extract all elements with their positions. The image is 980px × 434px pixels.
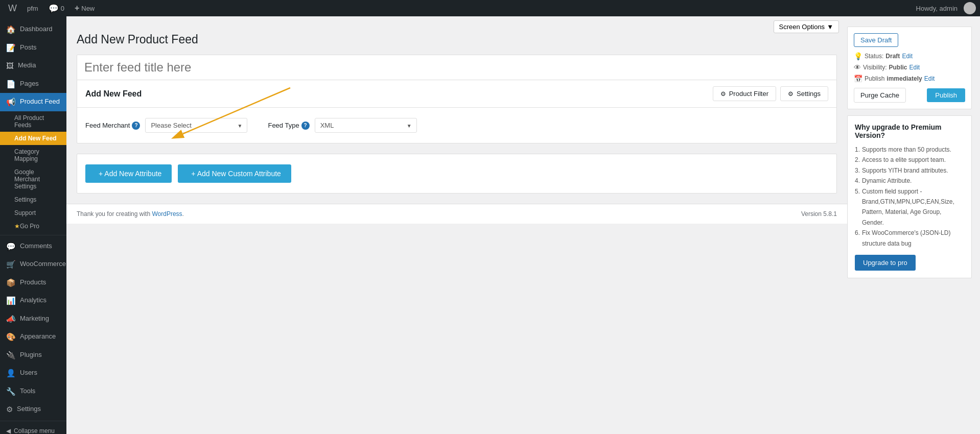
sidebar-sub-support[interactable]: Support [0, 206, 66, 220]
sidebar-item-dashboard[interactable]: 🏠 Dashboard [0, 20, 66, 39]
howdy-text: Howdy, admin [912, 5, 962, 12]
settings-gear-icon: ⚙ [788, 90, 794, 98]
appearance-icon: 🎨 [6, 332, 16, 342]
feed-type-select[interactable]: XML [315, 118, 417, 133]
visibility-row: 👁 Visibility: Public Edit [854, 63, 965, 71]
sidebar-divider-2 [0, 421, 66, 421]
sidebar-item-product-feed[interactable]: 📢 Product Feed [0, 93, 66, 111]
add-new-custom-attribute-button[interactable]: + Add New Custom Attribute [178, 164, 291, 183]
dashboard-icon: 🏠 [6, 25, 16, 35]
collapse-icon: ◀ [6, 427, 11, 435]
admin-bar-site-name[interactable]: pfm [23, 0, 42, 16]
feed-title-input[interactable] [77, 55, 837, 80]
sidebar-sub-category-mapping[interactable]: Category Mapping [0, 145, 66, 165]
media-icon: 🖼 [6, 61, 14, 71]
feed-merchant-field: Feed Merchant ? Please Select [85, 118, 247, 133]
sidebar-item-users[interactable]: 👤 Users [0, 364, 66, 382]
add-new-attribute-button[interactable]: + Add New Attribute [85, 164, 172, 183]
sidebar-item-posts[interactable]: 📝 Posts [0, 39, 66, 57]
right-sidebar: Save Draft 💡 Status: Draft Edit 👁 Visibi… [847, 16, 980, 434]
eye-icon: 👁 [854, 63, 861, 71]
publish-box-header: Save Draft [854, 33, 965, 47]
sidebar-item-settings[interactable]: ⚙ Settings [0, 400, 66, 419]
page-title: Add New Product Feed [77, 33, 837, 46]
chevron-down-icon: ▼ [827, 23, 833, 31]
bullet-icon: 💡 [854, 52, 862, 60]
product-filter-button[interactable]: ⚙ Product Filter [713, 86, 776, 101]
layout: 🏠 Dashboard 📝 Posts 🖼 Media 📄 Pages 📢 Pr… [0, 16, 980, 434]
sidebar-item-plugins[interactable]: 🔌 Plugins [0, 346, 66, 365]
feed-section-header: Add New Feed ⚙ Product Filter ⚙ Settings [77, 80, 836, 108]
sidebar-item-tools[interactable]: 🔧 Tools [0, 382, 66, 401]
product-feed-icon: 📢 [6, 97, 16, 107]
comment-icon: 💬 [49, 4, 59, 13]
sidebar-sub-go-pro[interactable]: ★ Go Pro [0, 220, 66, 233]
sidebar-collapse[interactable]: ◀ Collapse menu [0, 423, 66, 435]
visibility-edit-link[interactable]: Edit [909, 64, 920, 71]
sidebar-item-analytics[interactable]: 📊 Analytics [0, 292, 66, 310]
admin-bar-right: Howdy, admin [912, 2, 976, 14]
feed-section-title: Add New Feed [85, 89, 142, 99]
sidebar: 🏠 Dashboard 📝 Posts 🖼 Media 📄 Pages 📢 Pr… [0, 16, 66, 434]
plugins-icon: 🔌 [6, 350, 16, 360]
sidebar-sub-add-new-feed[interactable]: Add New Feed [0, 132, 66, 145]
settings-button[interactable]: ⚙ Settings [780, 86, 828, 101]
content-area: Screen Options ▼ Add New Product Feed Ad… [66, 16, 980, 434]
sidebar-item-marketing[interactable]: 📣 Marketing [0, 310, 66, 328]
sidebar-item-woocommerce[interactable]: 🛒 WooCommerce [0, 255, 66, 274]
version-text: Version 5.8.1 [801, 210, 837, 218]
feed-type-select-wrapper: XML [315, 118, 417, 133]
sidebar-sub-settings[interactable]: Settings [0, 193, 66, 206]
feed-type-help-icon[interactable]: ? [301, 122, 310, 130]
status-row: 💡 Status: Draft Edit [854, 52, 965, 60]
publish-timing-row: 📅 Publish immediately Edit [854, 75, 965, 83]
feed-row: Feed Merchant ? Please Select [85, 118, 828, 133]
feed-merchant-select-wrapper: Please Select [145, 118, 247, 133]
wordpress-link[interactable]: WordPress [152, 210, 182, 218]
marketing-icon: 📣 [6, 314, 16, 324]
premium-title: Why upgrade to Premium Version? [855, 123, 964, 139]
calendar-icon: 📅 [854, 75, 862, 83]
list-item: Access to a elite support team. [855, 155, 964, 165]
tools-icon: 🔧 [6, 387, 16, 397]
screen-options-button[interactable]: Screen Options ▼ [774, 20, 839, 33]
sidebar-item-appearance[interactable]: 🎨 Appearance [0, 328, 66, 346]
sidebar-sub-google-merchant[interactable]: Google Merchant Settings [0, 165, 66, 193]
publish-button[interactable]: Publish [927, 88, 965, 102]
sidebar-item-comments[interactable]: 💬 Comments [0, 237, 66, 256]
purge-cache-button[interactable]: Purge Cache [854, 88, 906, 103]
products-icon: 📦 [6, 278, 16, 288]
sidebar-sub-all-product-feeds[interactable]: All Product Feeds [0, 111, 66, 132]
list-item: Custom field support - Brand,GTIN,MPN,UP… [855, 186, 964, 228]
admin-bar-wp-logo[interactable]: W [4, 0, 21, 16]
save-draft-button[interactable]: Save Draft [854, 33, 898, 47]
sidebar-item-media[interactable]: 🖼 Media [0, 57, 66, 75]
users-icon: 👤 [6, 368, 16, 378]
publish-actions: Purge Cache Publish [854, 88, 965, 103]
admin-bar-new[interactable]: + New [71, 0, 99, 16]
list-item: Dynamic Attribute. [855, 176, 964, 186]
woocommerce-icon: 🛒 [6, 259, 16, 270]
list-item: Supports YITH brand attributes. [855, 165, 964, 176]
settings-icon: ⚙ [6, 404, 13, 415]
feed-section-actions: ⚙ Product Filter ⚙ Settings [713, 86, 828, 101]
admin-bar-comments[interactable]: 💬 0 [44, 0, 68, 16]
sidebar-item-products[interactable]: 📦 Products [0, 274, 66, 292]
feed-merchant-select[interactable]: Please Select [145, 118, 247, 133]
list-item: Fix WooCommerce's (JSON-LD) structure da… [855, 228, 964, 249]
admin-bar: W pfm 💬 0 + New Howdy, admin [0, 0, 980, 16]
premium-box: Why upgrade to Premium Version? Supports… [847, 115, 972, 278]
sidebar-item-pages[interactable]: 📄 Pages [0, 75, 66, 93]
feed-type-label: Feed Type ? [268, 122, 309, 130]
footer: Thank you for creating with WordPress. V… [66, 204, 847, 224]
feed-merchant-label: Feed Merchant ? [85, 122, 140, 130]
pages-icon: 📄 [6, 79, 16, 89]
sidebar-divider [0, 235, 66, 235]
feed-type-field: Feed Type ? XML [268, 118, 416, 133]
upgrade-to-pro-button[interactable]: Upgrade to pro [855, 255, 916, 271]
feed-merchant-help-icon[interactable]: ? [132, 122, 140, 130]
publish-box: Save Draft 💡 Status: Draft Edit 👁 Visibi… [847, 27, 972, 109]
publish-timing-edit-link[interactable]: Edit [924, 75, 935, 82]
status-edit-link[interactable]: Edit [902, 53, 913, 60]
filter-icon: ⚙ [720, 90, 726, 98]
